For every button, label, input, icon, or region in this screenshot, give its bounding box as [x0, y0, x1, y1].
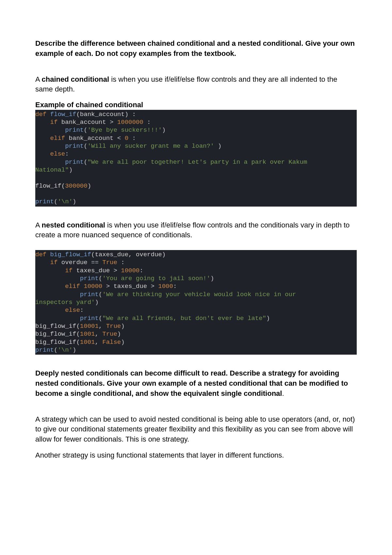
chained-example-label: Example of chained conditional — [35, 100, 357, 110]
strategy-paragraph-2: Another strategy is using functional sta… — [35, 450, 357, 461]
code-token: 0 — [125, 135, 128, 142]
code-token: 1000000 — [117, 119, 143, 126]
code-token: ( — [54, 198, 57, 205]
code-token: else — [35, 307, 80, 314]
code-token: 10000 — [121, 267, 139, 274]
code-token: ) — [266, 315, 270, 322]
code-token: 'We are thinking your vehicle would look… — [102, 291, 300, 298]
code-token: "We are all poor together! Let's party i… — [88, 159, 311, 166]
code-token: bank_account < — [65, 135, 124, 142]
code-token: print — [35, 159, 84, 166]
code-token: 1001 — [80, 330, 95, 338]
code-token: 'You are going to jail soon!' — [102, 275, 210, 282]
code-token: overdue == — [57, 259, 102, 266]
code-token: ) — [121, 323, 124, 330]
code-token: True — [102, 330, 117, 338]
code-token: ) — [162, 126, 166, 134]
code-token: True — [106, 323, 121, 330]
code-token: National" — [35, 166, 69, 174]
code-token: print — [35, 198, 54, 205]
code-block-nested: def big_flow_if(taxes_due, overdue) if o… — [35, 250, 357, 355]
code-token: if — [35, 267, 73, 274]
code-token: 10001 — [80, 323, 99, 330]
code-token: elif — [35, 135, 65, 142]
code-token: ) — [69, 166, 73, 174]
code-token: print — [35, 275, 99, 282]
code-token: ( — [99, 315, 102, 322]
code-token: ( — [84, 143, 87, 150]
code-token: flow_if( — [35, 182, 65, 190]
code-token: ) — [73, 198, 76, 205]
code-token: , — [95, 330, 102, 338]
code-token: : — [173, 283, 177, 290]
code-token: taxes_due > — [73, 267, 121, 274]
code-token: 1000 — [158, 283, 173, 290]
code-token: else — [35, 150, 65, 158]
code-token: , — [95, 339, 102, 346]
code-token: '\n' — [57, 346, 73, 354]
code-token: (taxes_due, overdue) — [91, 251, 166, 258]
nested-def-pre: A — [35, 221, 42, 229]
code-token: print — [35, 315, 99, 322]
code-token: ) — [95, 299, 98, 306]
code-token: 'Will any sucker grant me a loan?' — [88, 143, 214, 150]
code-token: print — [35, 291, 99, 298]
code-token: ) — [73, 346, 76, 354]
code-token: 1001 — [80, 339, 95, 346]
chained-definition: A chained conditional is when you use if… — [35, 75, 357, 95]
code-token: inspectors yard' — [35, 299, 95, 306]
code-token: ( — [84, 126, 87, 134]
code-token: ) — [210, 275, 214, 282]
strategy-paragraph-1: A strategy which can be used to avoid ne… — [35, 414, 357, 445]
code-token: 300000 — [65, 182, 87, 190]
code-token: : — [128, 135, 136, 142]
prompt-question-1: Describe the difference between chained … — [35, 39, 357, 59]
code-token: print — [35, 126, 84, 134]
code-token: big_flow_if — [46, 251, 91, 258]
code-token — [80, 283, 84, 290]
code-token: def — [35, 251, 46, 258]
code-token: '\n' — [57, 198, 73, 205]
code-token: False — [102, 339, 121, 346]
prompt2-text: Deeply nested conditionals can become di… — [35, 369, 348, 397]
code-token: ) — [117, 330, 121, 338]
code-token: big_flow_if( — [35, 330, 80, 338]
code-token: True — [102, 259, 117, 266]
code-token: "We are all friends, but don't ever be l… — [102, 315, 266, 322]
code-token: big_flow_if( — [35, 339, 80, 346]
code-token: : — [65, 150, 69, 158]
code-token: ) — [88, 182, 91, 190]
code-token: if — [35, 259, 57, 266]
prompt-question-2: Deeply nested conditionals can become di… — [35, 368, 357, 398]
code-token: ( — [99, 291, 102, 298]
code-token: flow_if — [46, 111, 76, 118]
code-token: print — [35, 143, 84, 150]
code-token: ( — [99, 275, 102, 282]
code-token: 'Bye bye suckers!!!' — [88, 126, 162, 134]
nested-definition: A nested conditional is when you use if/… — [35, 220, 357, 241]
code-block-chained: def flow_if(bank_account) : if bank_acco… — [35, 110, 357, 207]
code-token: > taxes_due > — [102, 283, 158, 290]
code-token: ) — [214, 143, 221, 150]
code-token: : — [117, 259, 125, 266]
code-token: elif — [35, 283, 80, 290]
code-token: ) — [121, 339, 124, 346]
nested-def-bold: nested conditional — [42, 221, 105, 229]
code-token: bank_account > — [57, 119, 117, 126]
prompt2-tail: . — [282, 389, 284, 397]
code-token: big_flow_if( — [35, 323, 80, 330]
code-token: if — [35, 119, 57, 126]
code-token: print — [35, 346, 54, 354]
chained-def-pre: A — [35, 75, 42, 83]
code-token: : — [139, 267, 143, 274]
code-token: , — [99, 323, 106, 330]
code-token: ( — [54, 346, 57, 354]
code-token: (bank_account) : — [76, 111, 136, 118]
code-token: : — [80, 307, 84, 314]
code-token: 10000 — [84, 283, 102, 290]
code-token: : — [143, 119, 151, 126]
chained-def-bold: chained conditional — [42, 75, 109, 83]
code-token: ( — [84, 159, 87, 166]
code-token: def — [35, 111, 46, 118]
